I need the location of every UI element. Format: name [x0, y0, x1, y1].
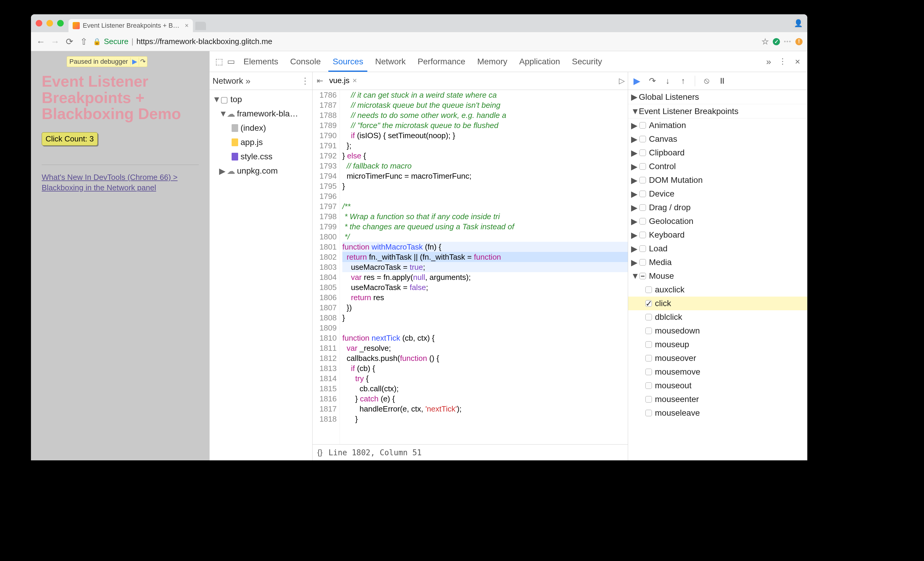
code-line: // needs to do some other work, e.g. han…	[342, 110, 628, 120]
code-line: * the changes are queued using a Task in…	[342, 222, 628, 232]
code-line: };	[342, 141, 628, 151]
file-tree: ▼▢top ▼☁framework-bla… (index) app.js st…	[210, 90, 312, 180]
toggle-navigator-icon[interactable]: ⇤	[315, 76, 324, 86]
bp-event-mouseup[interactable]: mouseup	[628, 338, 807, 351]
traffic-lights	[34, 20, 69, 27]
profile-avatar-icon[interactable]: 👤	[793, 18, 804, 28]
gutter: 1786178717881789179017911792179317941795…	[313, 90, 340, 444]
omnibox[interactable]: 🔒 Secure | https://framework-blackboxing…	[93, 37, 757, 46]
navigator-tab[interactable]: Network	[213, 76, 243, 86]
pause-exceptions-button[interactable]: ⏸	[717, 76, 727, 86]
tree-host[interactable]: ▼☁framework-bla…	[211, 106, 311, 121]
close-file-icon[interactable]: ×	[352, 76, 357, 85]
bp-event-mouseenter[interactable]: mouseenter	[628, 393, 807, 406]
code-line: // fallback to macro	[342, 161, 628, 171]
devtools-tab-console[interactable]: Console	[284, 51, 327, 72]
code-line: * Wrap a function so that if any code in…	[342, 212, 628, 222]
bp-category-control[interactable]: ▶Control	[628, 160, 807, 173]
url-text: https://framework-blackboxing.glitch.me	[136, 37, 272, 46]
back-button[interactable]: ←	[36, 37, 46, 47]
inspect-icon[interactable]: ⬚	[214, 57, 225, 66]
bp-category-device[interactable]: ▶Device	[628, 187, 807, 201]
tree-file-stylecss[interactable]: style.css	[211, 150, 311, 164]
code-editor[interactable]: 1786178717881789179017911792179317941795…	[313, 90, 628, 444]
bp-category-clipboard[interactable]: ▶Clipboard	[628, 146, 807, 160]
devtools-tab-memory[interactable]: Memory	[471, 51, 513, 72]
window-minimize-icon[interactable]	[46, 20, 53, 27]
section-global-listeners[interactable]: ▶Global Listeners	[628, 90, 807, 104]
overlay-step-icon[interactable]: ↷	[139, 57, 147, 66]
bp-event-mousemove[interactable]: mousemove	[628, 365, 807, 379]
resume-button[interactable]: ▶	[632, 76, 642, 86]
forward-button[interactable]: →	[50, 37, 60, 47]
tab-close-icon[interactable]: ×	[185, 22, 189, 30]
whats-new-link[interactable]: What's New In DevTools (Chrome 66) > Bla…	[42, 173, 178, 192]
debugger-controls: ▶ ↷ ↓ ↑ ⦸ ⏸	[628, 72, 807, 90]
devtools-menu-icon[interactable]: ⋮	[775, 57, 790, 66]
bp-event-mousedown[interactable]: mousedown	[628, 324, 807, 338]
tree-cdn[interactable]: ▶☁unpkg.com	[211, 164, 311, 178]
divider	[42, 165, 199, 165]
step-into-button[interactable]: ↓	[663, 76, 673, 86]
code-line: */	[342, 232, 628, 242]
code-line: // it can get stuck in a weird state whe…	[342, 90, 628, 100]
bp-category-dom-mutation[interactable]: ▶DOM Mutation	[628, 173, 807, 187]
tree-file-appjs[interactable]: app.js	[211, 135, 311, 150]
paused-badge: Paused in debugger ▶ ↷	[67, 56, 147, 67]
bp-category-media[interactable]: ▶Media	[628, 255, 807, 269]
bp-category-drag-drop[interactable]: ▶Drag / drop	[628, 201, 807, 214]
bp-event-click[interactable]: ✓click	[628, 297, 807, 310]
reload-button[interactable]: ⟳	[64, 36, 74, 47]
bp-category-geolocation[interactable]: ▶Geolocation	[628, 214, 807, 228]
code-line: function withMacroTask (fn) {	[342, 242, 628, 252]
cursor-position: Line 1802, Column 51	[328, 448, 422, 457]
navigator-overflow-icon[interactable]: »	[246, 76, 250, 86]
device-toggle-icon[interactable]: ▭	[226, 57, 236, 66]
pretty-print-icon[interactable]: {}	[317, 448, 322, 457]
tree-file-index[interactable]: (index)	[211, 121, 311, 135]
devtools-tab-performance[interactable]: Performance	[412, 51, 471, 72]
source: // it can get stuck in a weird state whe…	[340, 90, 628, 444]
overflow-tabs-icon[interactable]: »	[764, 57, 774, 67]
section-event-listener-breakpoints[interactable]: ▼Event Listener Breakpoints	[628, 104, 807, 118]
bp-category-canvas[interactable]: ▶Canvas	[628, 132, 807, 146]
window-zoom-icon[interactable]	[57, 20, 64, 27]
run-snippet-icon[interactable]: ▷	[619, 76, 625, 86]
step-over-button[interactable]: ↷	[647, 76, 657, 86]
breakpoint-categories: ▶Animation▶Canvas▶Clipboard▶Control▶DOM …	[628, 118, 807, 460]
extension-icon-2[interactable]: •••	[784, 38, 791, 45]
devtools-tab-application[interactable]: Application	[513, 51, 566, 72]
new-tab-button[interactable]	[195, 22, 206, 30]
step-out-button[interactable]: ↑	[678, 76, 688, 86]
bp-event-dblclick[interactable]: dblclick	[628, 310, 807, 324]
devtools-tab-network[interactable]: Network	[369, 51, 412, 72]
devtools-tab-elements[interactable]: Elements	[237, 51, 284, 72]
devtools-tab-security[interactable]: Security	[566, 51, 608, 72]
debugger-pane: ▶ ↷ ↓ ↑ ⦸ ⏸ ▶Global Listeners ▼Event Lis…	[628, 72, 807, 460]
bp-event-mouseover[interactable]: mouseover	[628, 351, 807, 365]
overlay-resume-icon[interactable]: ▶	[130, 57, 139, 66]
click-count-button[interactable]: Click Count: 3	[42, 132, 98, 146]
deactivate-breakpoints-button[interactable]: ⦸	[702, 76, 712, 86]
navigator-menu-icon[interactable]: ⋮	[301, 76, 309, 86]
bp-event-mouseout[interactable]: mouseout	[628, 379, 807, 393]
bp-category-mouse[interactable]: ▼Mouse	[628, 269, 807, 283]
devtools: ⬚ ▭ ElementsConsoleSourcesNetworkPerform…	[210, 51, 807, 460]
bp-category-keyboard[interactable]: ▶Keyboard	[628, 228, 807, 242]
extension-icon-1[interactable]: ✓	[773, 38, 780, 45]
devtools-close-icon[interactable]: ×	[792, 57, 803, 67]
bp-event-auxclick[interactable]: auxclick	[628, 283, 807, 297]
code-line: handleError(e, ctx, 'nextTick');	[342, 404, 628, 414]
file-tab-vuejs[interactable]: vue.js×	[326, 73, 360, 89]
bookmark-star-icon[interactable]: ☆	[762, 38, 769, 45]
devtools-tabbar: ⬚ ▭ ElementsConsoleSourcesNetworkPerform…	[210, 51, 807, 72]
home-button[interactable]: ⇧	[79, 36, 89, 47]
extension-icon-3[interactable]: !	[795, 38, 802, 45]
bp-category-load[interactable]: ▶Load	[628, 242, 807, 255]
bp-category-animation[interactable]: ▶Animation	[628, 118, 807, 132]
bp-event-mouseleave[interactable]: mouseleave	[628, 406, 807, 420]
tree-top[interactable]: ▼▢top	[211, 92, 311, 106]
devtools-tab-sources[interactable]: Sources	[327, 51, 369, 72]
window-close-icon[interactable]	[36, 20, 42, 27]
browser-tab[interactable]: Event Listener Breakpoints + B… ×	[69, 19, 193, 32]
